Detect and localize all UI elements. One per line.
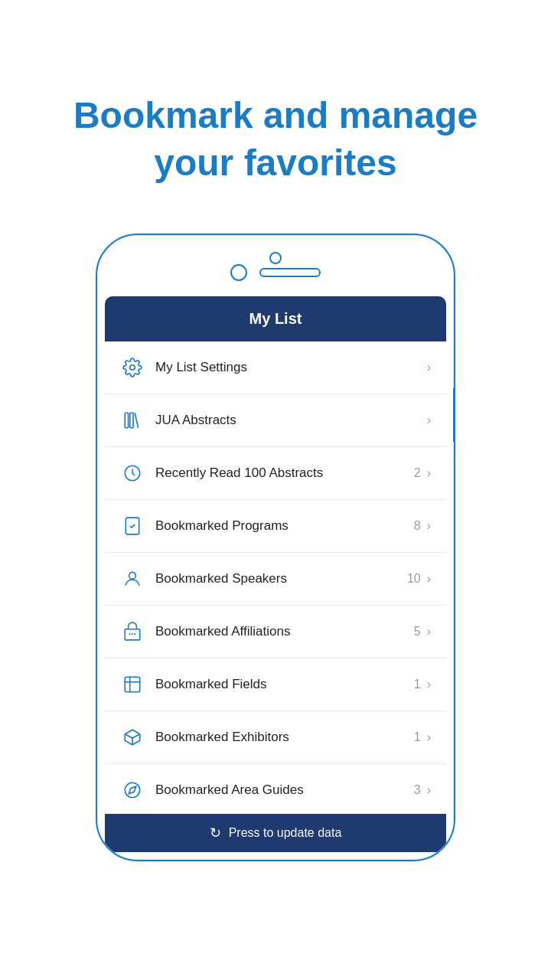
badge-bookmarked-area-guides: 3 — [414, 783, 421, 797]
menu-label-bookmarked-exhibitors: Bookmarked Exhibitors — [155, 730, 414, 745]
svg-rect-1 — [125, 413, 128, 428]
menu-label-bookmarked-fields: Bookmarked Fields — [155, 677, 414, 692]
hero-title: Bookmark and manage your favorites — [0, 92, 551, 188]
phone-screen: My List My List Settings › JUA — [105, 296, 446, 852]
gear-icon — [120, 355, 145, 380]
menu-label-bookmarked-affiliations: Bookmarked Affiliations — [155, 624, 414, 639]
svg-rect-2 — [130, 413, 133, 428]
menu-item-bookmarked-speakers[interactable]: Bookmarked Speakers 10 › — [105, 553, 446, 606]
books-icon — [120, 408, 145, 433]
menu-item-bookmarked-programs[interactable]: Bookmarked Programs 8 › — [105, 500, 446, 553]
chevron-icon: › — [427, 413, 431, 427]
badge-bookmarked-affiliations: 5 — [414, 625, 421, 639]
phone-wrapper: My List My List Settings › JUA — [0, 234, 551, 861]
menu-list[interactable]: My List Settings › JUA Abstracts › — [105, 341, 446, 851]
chevron-icon: › — [427, 678, 431, 691]
chevron-icon: › — [427, 466, 431, 480]
phone-frame: My List My List Settings › JUA — [96, 234, 455, 861]
menu-label-bookmarked-area-guides: Bookmarked Area Guides — [155, 782, 414, 798]
screen-footer[interactable]: ↻ Press to update data — [105, 814, 446, 852]
clock-icon — [120, 461, 145, 485]
cube-icon — [120, 725, 145, 750]
hero-section: Bookmark and manage your favorites — [0, 0, 551, 234]
menu-item-bookmarked-area-guides[interactable]: Bookmarked Area Guides 3 › — [105, 764, 446, 817]
badge-bookmarked-programs: 8 — [414, 519, 421, 533]
screen-title: My List — [249, 310, 302, 327]
menu-item-recently-read[interactable]: Recently Read 100 Abstracts 2 › — [105, 447, 446, 500]
chevron-icon: › — [427, 519, 431, 533]
screen-header: My List — [105, 296, 446, 341]
phone-notch — [230, 264, 321, 281]
compass-icon — [120, 778, 145, 802]
menu-label-recently-read: Recently Read 100 Abstracts — [155, 466, 414, 481]
chevron-icon: › — [427, 361, 431, 374]
building-icon — [120, 619, 145, 644]
menu-label-my-list-settings: My List Settings — [155, 360, 427, 375]
chevron-icon: › — [427, 783, 431, 797]
menu-item-my-list-settings[interactable]: My List Settings › — [105, 341, 446, 394]
svg-marker-14 — [129, 786, 135, 793]
svg-rect-10 — [125, 677, 140, 692]
field-box-icon — [120, 672, 145, 697]
menu-item-bookmarked-affiliations[interactable]: Bookmarked Affiliations 5 › — [105, 606, 446, 658]
refresh-icon: ↻ — [210, 825, 221, 841]
footer-update-text: Press to update data — [229, 826, 342, 840]
menu-label-bookmarked-speakers: Bookmarked Speakers — [155, 571, 407, 586]
menu-label-jua-abstracts: JUA Abstracts — [155, 413, 427, 428]
phone-home-button — [230, 264, 247, 281]
svg-point-0 — [130, 365, 135, 371]
svg-point-13 — [125, 782, 140, 798]
person-icon — [120, 567, 145, 591]
badge-recently-read: 2 — [414, 466, 421, 480]
phone-home-bar — [259, 268, 321, 277]
badge-bookmarked-exhibitors: 1 — [414, 730, 421, 744]
menu-item-bookmarked-exhibitors[interactable]: Bookmarked Exhibitors 1 › — [105, 711, 446, 764]
menu-item-bookmarked-fields[interactable]: Bookmarked Fields 1 › — [105, 658, 446, 711]
chevron-icon: › — [427, 572, 431, 586]
badge-bookmarked-fields: 1 — [414, 678, 421, 691]
svg-point-5 — [129, 572, 136, 579]
menu-label-bookmarked-programs: Bookmarked Programs — [155, 518, 414, 534]
chevron-icon: › — [427, 730, 431, 744]
badge-bookmarked-speakers: 10 — [407, 572, 421, 586]
bookmark-box-icon — [120, 514, 145, 538]
chevron-icon: › — [427, 625, 431, 639]
phone-power-button — [453, 388, 455, 442]
menu-item-jua-abstracts[interactable]: JUA Abstracts › — [105, 394, 446, 447]
